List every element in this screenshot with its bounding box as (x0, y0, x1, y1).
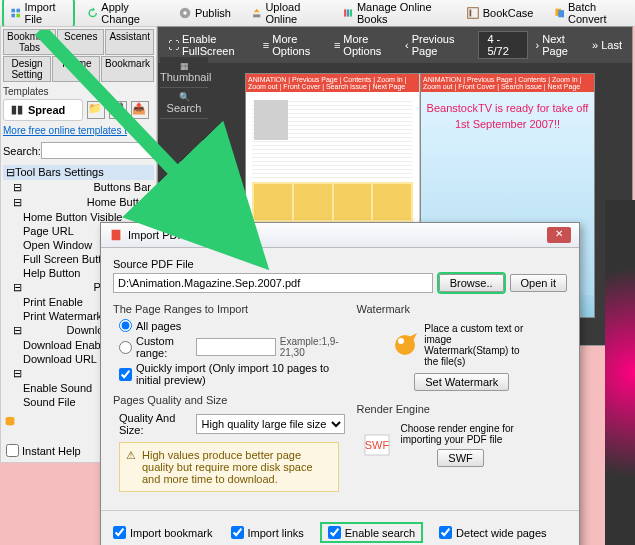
manage-books-button[interactable]: Manage Online Books (336, 0, 451, 27)
render-engine-text: Choose render engine for importing your … (401, 423, 521, 445)
dialog-close-button[interactable]: ✕ (547, 227, 571, 243)
db-icon (3, 415, 17, 429)
batch-icon (554, 6, 565, 20)
dialog-title-text: Import PDF (128, 229, 184, 241)
svg-rect-3 (16, 14, 20, 18)
pdf-icon (109, 228, 123, 242)
tree-home-button[interactable]: ⊟Home Button (3, 195, 154, 210)
templates-label: Templates (3, 86, 154, 97)
open-it-button[interactable]: Open it (510, 274, 567, 292)
svg-rect-11 (469, 10, 471, 17)
swf-button[interactable]: SWF (437, 449, 483, 467)
thumbnail-tab[interactable]: ▦Thumbnail (160, 57, 208, 88)
apply-change-button[interactable]: Apply Change (81, 0, 164, 27)
svg-rect-19 (112, 230, 121, 241)
range-example: Example:1,9-21,30 (280, 336, 345, 358)
photo-placeholder (254, 100, 288, 140)
page-header-right: ANIMATION | Previous Page | Contents | Z… (421, 74, 594, 92)
tab-theme[interactable]: Theme (52, 56, 100, 82)
previous-page-button[interactable]: ‹ Previous Page (405, 33, 470, 57)
upload-icon (251, 6, 262, 20)
watermark-icon (389, 329, 421, 361)
tab-bookmark[interactable]: Bookmark (101, 56, 154, 82)
next-page-button[interactable]: › Next Page (536, 33, 585, 57)
svg-rect-9 (350, 9, 352, 16)
page-counter: 4 - 5/72 (478, 31, 527, 59)
main-toolbar: Import File Apply Change Publish Upload … (0, 0, 635, 26)
render-engine-label: Render Engine (357, 403, 567, 415)
template-save-icon[interactable]: 💾 (109, 101, 127, 119)
svg-rect-1 (16, 9, 20, 13)
watermark-text: Place a custom text or image Watermark(S… (424, 323, 534, 367)
watermark-label: Watermark (357, 303, 567, 315)
import-file-button[interactable]: Import File (4, 0, 73, 27)
svg-rect-8 (347, 9, 349, 16)
tree-toolbar-settings[interactable]: ⊟Tool Bars Settings (3, 165, 154, 180)
search-label: Search: (3, 145, 41, 157)
book-icon (10, 103, 24, 117)
warning-icon: ⚠ (126, 449, 136, 462)
import-pdf-dialog: Import PDF ✕ Source PDF File Browse.. Op… (100, 222, 580, 545)
quick-import-checkbox[interactable] (119, 368, 132, 381)
template-spread-button[interactable]: Spread (3, 99, 83, 121)
bookcase-button[interactable]: BookCase (460, 4, 540, 22)
more-options-2[interactable]: ≡ More Options (334, 33, 397, 57)
svg-text:SWF: SWF (364, 439, 389, 451)
custom-range-radio[interactable] (119, 341, 132, 354)
quality-warning: ⚠High values produce better page quality… (119, 442, 339, 492)
import-bookmark-checkbox[interactable] (113, 526, 126, 539)
import-links-checkbox[interactable] (231, 526, 244, 539)
svg-rect-6 (253, 14, 260, 17)
page-header-left: ANIMATION | Previous Page | Contents | Z… (246, 74, 419, 92)
preview-toolbar: ⛶ Enable FullScreen ≡ More Options ≡ Mor… (158, 27, 632, 63)
books-icon (342, 6, 353, 20)
svg-rect-10 (467, 8, 478, 19)
svg-rect-13 (558, 10, 564, 17)
refresh-icon (87, 6, 98, 20)
svg-point-21 (398, 338, 404, 344)
batch-convert-button[interactable]: Batch Convert (548, 0, 632, 27)
art-headline: BeanstockTV is ready for take off1st Sep… (421, 92, 594, 140)
tab-scenes[interactable]: Scenes (57, 29, 104, 55)
more-templates-link[interactable]: More free online templates t (3, 125, 154, 136)
set-watermark-button[interactable]: Set Watermark (414, 373, 509, 391)
cartoon-strip (252, 182, 413, 222)
quality-and-size-label: Quality And Size: (119, 412, 191, 436)
detect-wide-checkbox[interactable] (439, 526, 452, 539)
search-tab[interactable]: 🔍Search (160, 88, 208, 119)
svg-rect-7 (345, 9, 347, 16)
all-pages-radio[interactable] (119, 319, 132, 332)
browse-button[interactable]: Browse.. (439, 274, 504, 292)
quality-size-label: Pages Quality and Size (113, 394, 345, 406)
bookcase-icon (466, 6, 480, 20)
tree-buttons-bar[interactable]: ⊟Buttons Bar (3, 180, 154, 195)
source-pdf-input[interactable] (113, 273, 433, 293)
swf-icon: SWF (361, 429, 393, 461)
page-ranges-label: The Page Ranges to Import (113, 303, 345, 315)
publish-button[interactable]: Publish (172, 4, 237, 22)
enable-fullscreen-button[interactable]: ⛶ Enable FullScreen (168, 33, 255, 57)
import-icon (10, 6, 21, 20)
upload-online-button[interactable]: Upload Online (245, 0, 329, 27)
last-page-button[interactable]: » Last (592, 39, 622, 51)
template-export-icon[interactable]: 📤 (131, 101, 149, 119)
instant-help-checkbox[interactable] (6, 444, 19, 457)
disk-icon (178, 6, 192, 20)
svg-rect-0 (11, 9, 15, 13)
tab-bookmark-tabs[interactable]: Bookmark Tabs (3, 29, 56, 55)
right-decoration (605, 200, 635, 545)
svg-point-5 (183, 11, 187, 15)
more-options-1[interactable]: ≡ More Options (263, 33, 326, 57)
tab-assistant[interactable]: Assistant (105, 29, 154, 55)
svg-rect-2 (11, 14, 15, 18)
template-open-icon[interactable]: 📁 (87, 101, 105, 119)
source-pdf-label: Source PDF File (113, 258, 567, 270)
enable-search-checkbox[interactable] (328, 526, 341, 539)
quality-select[interactable]: High quality large file size (196, 414, 345, 434)
tab-design-setting[interactable]: Design Setting (3, 56, 51, 82)
custom-range-input[interactable] (196, 338, 276, 356)
